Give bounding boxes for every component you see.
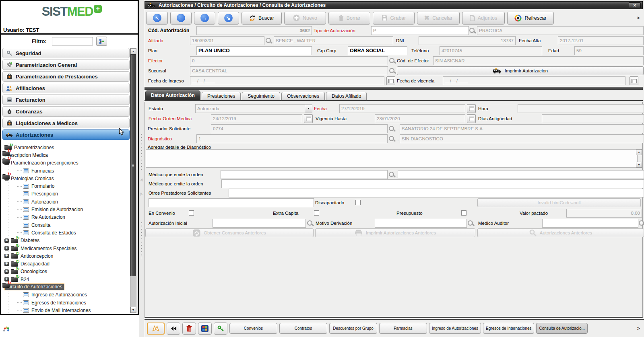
otros-prestadores-field[interactable] <box>229 189 644 197</box>
search-icon[interactable] <box>388 136 395 142</box>
expand-icon[interactable]: + <box>4 246 9 251</box>
bottombar-overflow-chevron[interactable]: > <box>637 326 642 331</box>
tree-item[interactable]: +↻Medicamentos Especiales <box>2 245 130 252</box>
tree-item[interactable]: −↻Patologias Cronicas <box>2 175 130 182</box>
imprimir-anteriores-button[interactable]: Imprimir Autorizaciones Anteriores <box>315 228 475 237</box>
autorizacion-inicial-field[interactable] <box>213 219 306 228</box>
invalid-hint-button[interactable]: Invalid hintCode=null <box>477 198 641 207</box>
hora-field[interactable] <box>518 104 644 113</box>
sidebar-item-parametrizacion-general[interactable]: Parametrizacion General <box>2 60 130 70</box>
tree-item[interactable]: Farmacias <box>2 167 130 175</box>
tree-item[interactable]: Egresos de Internaciones <box>2 299 130 306</box>
medico-orden-field[interactable] <box>221 170 388 179</box>
detalle-diagnostico-textarea[interactable] <box>146 149 638 168</box>
previous-record-button[interactable]: ← <box>170 12 192 25</box>
farmacias-button[interactable]: Farmacias <box>379 323 427 334</box>
search-icon[interactable] <box>389 58 396 64</box>
calendar-icon[interactable] <box>630 76 638 85</box>
consulta-autorizacion-button[interactable]: Consulta de Autorizacio... <box>536 323 587 334</box>
tree-item[interactable]: Ingreso de Autorizaciones <box>2 291 130 299</box>
expand-icon[interactable]: + <box>4 238 9 243</box>
chevron-down-icon[interactable]: ▼ <box>305 105 312 113</box>
afiliado-field[interactable]: 180393/01 <box>190 36 264 45</box>
tree-item[interactable]: +↻Diabetes <box>2 237 130 245</box>
dias-antiguedad-field[interactable] <box>542 114 644 123</box>
tree-item[interactable]: +↻B24 <box>2 275 130 283</box>
sidebar-item-parametrizacion-prestaciones[interactable]: Parametrización de Prestaciones <box>2 71 130 82</box>
sidebar-item-autorizaciones[interactable]: Autorizaciones <box>2 129 130 140</box>
tab-seguimiento[interactable]: Seguimiento <box>242 92 280 100</box>
expand-icon[interactable]: + <box>4 254 9 258</box>
efector-field[interactable]: 0 <box>190 56 388 65</box>
autorizaciones-anteriores-button[interactable]: Autorizaciones Anteriores <box>477 228 644 237</box>
windows-button[interactable] <box>198 323 212 335</box>
discapacitado-checkbox[interactable] <box>355 200 361 205</box>
filter-input[interactable] <box>52 37 93 45</box>
search-icon[interactable] <box>389 68 396 74</box>
search-icon[interactable] <box>388 171 395 178</box>
tree-item[interactable]: Prescripcion <box>2 190 130 198</box>
sidebar-item-cobranzas[interactable]: Cobranzas <box>2 106 130 117</box>
splitter-collapse-icon[interactable]: ◁ <box>140 178 143 182</box>
ingreso-autorizaciones-button[interactable]: Ingreso de Autorizaciones <box>429 323 481 334</box>
sidebar-item-afiliaciones[interactable]: Afiliaciones <box>2 83 130 93</box>
toolbar-overflow-chevron[interactable]: > <box>637 15 641 21</box>
search-icon[interactable] <box>265 37 272 44</box>
sidebar-item-liquidaciones[interactable]: Liquidaciones a Medicos <box>2 118 130 128</box>
medico-orden2-field[interactable] <box>221 179 644 188</box>
next-record-button[interactable]: → <box>194 12 215 25</box>
tree-item[interactable]: −↻Parametrización prescripciones <box>2 159 130 167</box>
presupuesto-checkbox[interactable] <box>461 210 466 216</box>
tree-item[interactable]: Consulta <box>2 221 130 229</box>
calendar-icon[interactable] <box>467 114 476 123</box>
rewind-button[interactable] <box>167 323 180 335</box>
tree-item[interactable]: +↻Oncologicos <box>2 268 130 275</box>
contratos-button[interactable]: Contratos <box>279 323 327 334</box>
tree-item[interactable]: +↻Anticoncepcion <box>2 252 130 260</box>
search-icon[interactable] <box>307 220 314 227</box>
close-button[interactable]: ✕ <box>629 2 641 8</box>
tab-datos-autorizacion[interactable]: Datos Autorización <box>145 90 200 100</box>
tree-item-selected[interactable]: ↻Circuito de Autorizaciones <box>2 283 130 291</box>
borrar-button[interactable]: Borrar <box>328 12 370 25</box>
tab-datos-afiliado[interactable]: Datos Afiliado <box>326 92 367 100</box>
expand-icon[interactable]: + <box>4 269 9 274</box>
tree-item[interactable]: Re Autorizacion <box>2 214 130 221</box>
convenios-button[interactable]: Convenios <box>229 323 277 334</box>
extra-capita-checkbox[interactable] <box>314 210 319 216</box>
en-convenio-checkbox[interactable] <box>189 210 194 216</box>
splitter-grip[interactable] <box>140 133 142 170</box>
tree-item[interactable]: Envio de Mail Internaciones <box>2 306 130 314</box>
scroll-up-icon[interactable]: ▲ <box>130 48 136 54</box>
tree-item[interactable]: Autorizacion <box>2 198 130 205</box>
grabar-button[interactable]: Grabar <box>373 12 415 25</box>
delete-button[interactable] <box>182 323 196 335</box>
fecha-field[interactable]: 27/12/2019 <box>339 104 465 113</box>
diagnostico-field[interactable]: 1 <box>196 134 388 143</box>
egresos-internaciones-button[interactable]: Egresos de Internaciones <box>483 323 534 334</box>
cancelar-button[interactable]: ✖ Cancelar <box>417 12 460 25</box>
motivo-derivacion-field[interactable] <box>375 219 467 228</box>
refrescar-button[interactable]: Refrescar <box>507 12 554 25</box>
tab-observaciones[interactable]: Observaciones <box>281 92 325 100</box>
vigencia-field[interactable]: 23/01/2020 <box>375 114 465 123</box>
descuentos-grupo-button[interactable]: Descuentos por Grupo <box>329 323 377 334</box>
favorites-button[interactable] <box>147 323 165 335</box>
tab-prestaciones[interactable]: Prestaciones <box>202 92 241 100</box>
cod-autorizacion-field[interactable]: 3682 <box>196 26 312 35</box>
tree-item[interactable]: ↻Prescripcion Medica <box>2 151 130 159</box>
buscar-button[interactable]: Buscar <box>242 12 282 25</box>
estado-combobox[interactable]: Autorizada ▼ <box>195 104 312 113</box>
key-button[interactable] <box>214 323 227 335</box>
tree-item[interactable]: +↻Discapacidad <box>2 260 130 267</box>
sidebar-item-facturacion[interactable]: Facturacion <box>2 95 130 105</box>
search-icon[interactable] <box>388 125 395 132</box>
tree-item[interactable]: Formulario <box>2 182 130 190</box>
tree-item[interactable]: Emision de Autorizacion <box>2 205 130 213</box>
medico-auditor-field[interactable] <box>542 219 638 228</box>
palette-icon[interactable] <box>2 326 10 333</box>
calendar-icon[interactable] <box>386 76 395 85</box>
sidebar-scrollbar[interactable]: ▲ ≡ ▼ <box>130 48 136 313</box>
tree-item[interactable]: Consulta de Estados <box>2 229 130 236</box>
prestador-field[interactable]: 0774 <box>211 124 388 133</box>
